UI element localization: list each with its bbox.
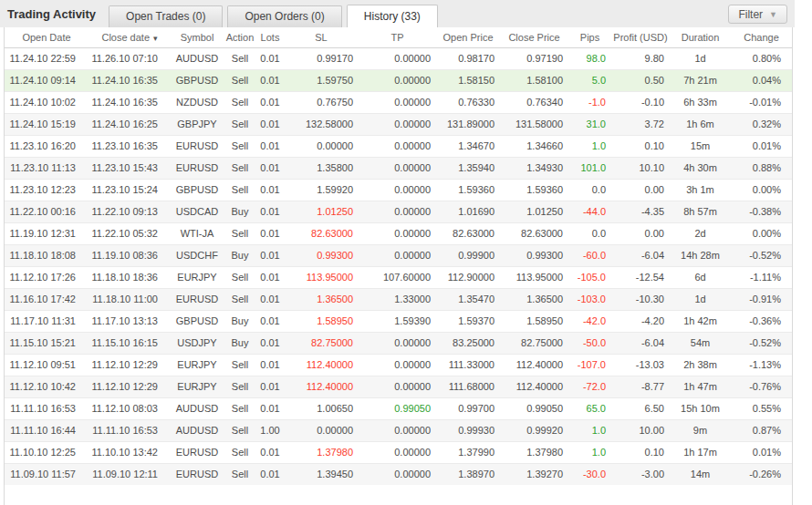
cell-tp: 1.59390 — [359, 310, 436, 332]
table-row[interactable]: 11.24.10 22:5911.26.10 07:10AUDUSDSell0.… — [5, 47, 792, 69]
cell-tp: 0.00000 — [359, 244, 436, 266]
cell-open-date: 11.24.10 09:14 — [5, 69, 88, 91]
cell-tp: 0.00000 — [359, 91, 436, 113]
column-header-duration[interactable]: Duration — [670, 27, 731, 47]
table-row[interactable]: 11.19.10 12:3111.22.10 05:32WTI-JASell0.… — [5, 222, 792, 244]
table-row[interactable]: 11.11.10 16:5311.12.10 08:03AUDUSDSell0.… — [5, 397, 792, 419]
cell-duration: 1h 47m — [670, 376, 731, 397]
cell-symbol: GBPUSD — [171, 310, 224, 332]
cell-open-price: 1.35470 — [436, 288, 500, 310]
table-row[interactable]: 11.23.10 11:1311.23.10 15:43EURUSDSell0.… — [5, 157, 792, 179]
cell-tp: 0.00000 — [359, 332, 436, 354]
table-row[interactable]: 11.17.10 11:3111.17.10 13:13GBPUSDBuy0.0… — [5, 310, 792, 332]
cell-lots: 0.01 — [256, 288, 284, 310]
table-row[interactable]: 11.18.10 18:0811.19.10 08:36USDCHFBuy0.0… — [5, 244, 792, 266]
cell-open-date: 11.11.10 16:44 — [5, 419, 88, 441]
cell-lots: 1.00 — [256, 419, 284, 441]
table-row[interactable]: 11.24.10 15:1911.24.10 16:25GBPJPYSell0.… — [5, 113, 792, 135]
cell-open-price: 1.58150 — [436, 69, 500, 91]
cell-action: Buy — [224, 244, 256, 266]
cell-symbol: EURUSD — [171, 463, 224, 485]
cell-close-date: 11.15.10 16:15 — [88, 332, 171, 354]
cell-action: Buy — [224, 310, 256, 332]
cell-symbol: AUDUSD — [171, 419, 224, 441]
table-row[interactable]: 11.10.10 12:2511.10.10 13:42EURUSDSell0.… — [5, 441, 792, 463]
table-row[interactable]: 11.23.10 16:2011.23.10 16:35EURUSDSell0.… — [5, 135, 792, 157]
column-header-pips[interactable]: Pips — [568, 27, 611, 47]
cell-open-price: 0.99930 — [436, 419, 500, 441]
cell-lots: 0.01 — [256, 244, 284, 266]
cell-action: Sell — [224, 419, 256, 441]
column-header-open-price[interactable]: Open Price — [436, 27, 500, 47]
cell-action: Sell — [224, 354, 256, 376]
cell-close-date: 11.23.10 15:43 — [88, 157, 171, 179]
cell-symbol: AUDUSD — [171, 47, 224, 69]
table-row[interactable]: 11.09.10 11:5711.09.10 12:11EURUSDSell0.… — [5, 463, 792, 485]
column-header-close-price[interactable]: Close Price — [500, 27, 568, 47]
column-header-change[interactable]: Change — [731, 27, 792, 47]
cell-pips: -44.0 — [568, 201, 611, 222]
cell-change: -0.52% — [731, 332, 792, 354]
table-row[interactable]: 11.12.10 10:4211.12.10 12:29EURJPYSell0.… — [5, 376, 792, 397]
column-header-action[interactable]: Action — [224, 27, 256, 47]
cell-close-price: 1.39270 — [500, 463, 568, 485]
filter-button[interactable]: Filter ▼ — [728, 5, 787, 24]
cell-sl: 0.99300 — [284, 244, 359, 266]
cell-action: Sell — [224, 69, 256, 91]
table-row[interactable]: 11.12.10 09:5111.12.10 12:29EURJPYSell0.… — [5, 354, 792, 376]
cell-open-price: 1.59360 — [436, 179, 500, 201]
cell-open-date: 11.24.10 10:02 — [5, 91, 88, 113]
cell-tp: 0.00000 — [359, 135, 436, 157]
cell-close-price: 0.76340 — [500, 91, 568, 113]
cell-symbol: EURJPY — [171, 266, 224, 288]
cell-lots: 0.01 — [256, 397, 284, 419]
table-row[interactable]: 11.24.10 10:0211.24.10 16:35NZDUSDSell0.… — [5, 91, 792, 113]
cell-open-date: 11.22.10 00:16 — [5, 201, 88, 222]
table-row[interactable]: 11.15.10 15:2111.15.10 16:15USDJPYBuy0.0… — [5, 332, 792, 354]
cell-sl: 112.40000 — [284, 354, 359, 376]
cell-duration: 54m — [670, 332, 731, 354]
cell-change: 0.01% — [731, 441, 792, 463]
cell-symbol: EURUSD — [171, 135, 224, 157]
cell-duration: 4h 30m — [670, 157, 731, 179]
cell-close-date: 11.12.10 08:03 — [88, 397, 171, 419]
table-row[interactable]: 11.24.10 09:1411.24.10 16:35GBPUSDSell0.… — [5, 69, 792, 91]
cell-open-date: 11.23.10 16:20 — [5, 135, 88, 157]
cell-change: -0.91% — [731, 288, 792, 310]
cell-symbol: EURUSD — [171, 441, 224, 463]
cell-sl: 1.37980 — [284, 441, 359, 463]
cell-profit: -3.00 — [611, 463, 670, 485]
page-title: Trading Activity — [0, 7, 109, 27]
tab-open-trades[interactable]: Open Trades (0) — [109, 5, 223, 27]
cell-lots: 0.01 — [256, 113, 284, 135]
cell-symbol: GBPUSD — [171, 69, 224, 91]
column-header-symbol[interactable]: Symbol — [171, 27, 224, 47]
cell-close-date: 11.26.10 07:10 — [88, 47, 171, 69]
column-header-open-date[interactable]: Open Date — [5, 27, 88, 47]
table-row[interactable]: 11.23.10 12:2311.23.10 15:24GBPUSDSell0.… — [5, 179, 792, 201]
cell-lots: 0.01 — [256, 201, 284, 222]
column-header-tp[interactable]: TP — [359, 27, 436, 47]
cell-open-price: 83.25000 — [436, 332, 500, 354]
column-header-profit[interactable]: Profit (USD) — [611, 27, 670, 47]
cell-sl: 1.00650 — [284, 397, 359, 419]
cell-action: Buy — [224, 201, 256, 222]
cell-close-date: 11.12.10 12:29 — [88, 354, 171, 376]
cell-open-price: 82.63000 — [436, 222, 500, 244]
cell-close-price: 1.34660 — [500, 135, 568, 157]
column-header-close-date[interactable]: Close date▾ — [88, 27, 171, 47]
cell-sl: 132.58000 — [284, 113, 359, 135]
column-header-lots[interactable]: Lots — [256, 27, 284, 47]
table-row[interactable]: 11.16.10 17:4211.18.10 11:00EURUSDSell0.… — [5, 288, 792, 310]
tab-history[interactable]: History (33) — [347, 5, 438, 27]
table-row[interactable]: 11.22.10 00:1611.22.10 09:13USDCADBuy0.0… — [5, 201, 792, 222]
cell-close-price: 82.75000 — [500, 332, 568, 354]
cell-open-date: 11.19.10 12:31 — [5, 222, 88, 244]
cell-close-price: 1.34930 — [500, 157, 568, 179]
cell-action: Sell — [224, 376, 256, 397]
tab-open-orders[interactable]: Open Orders (0) — [227, 5, 341, 27]
table-row[interactable]: 11.12.10 17:2611.18.10 18:36EURJPYSell0.… — [5, 266, 792, 288]
column-header-sl[interactable]: SL — [284, 27, 359, 47]
cell-pips: -50.0 — [568, 332, 611, 354]
table-row[interactable]: 11.11.10 16:4411.11.10 16:53AUDUSDSell1.… — [5, 419, 792, 441]
